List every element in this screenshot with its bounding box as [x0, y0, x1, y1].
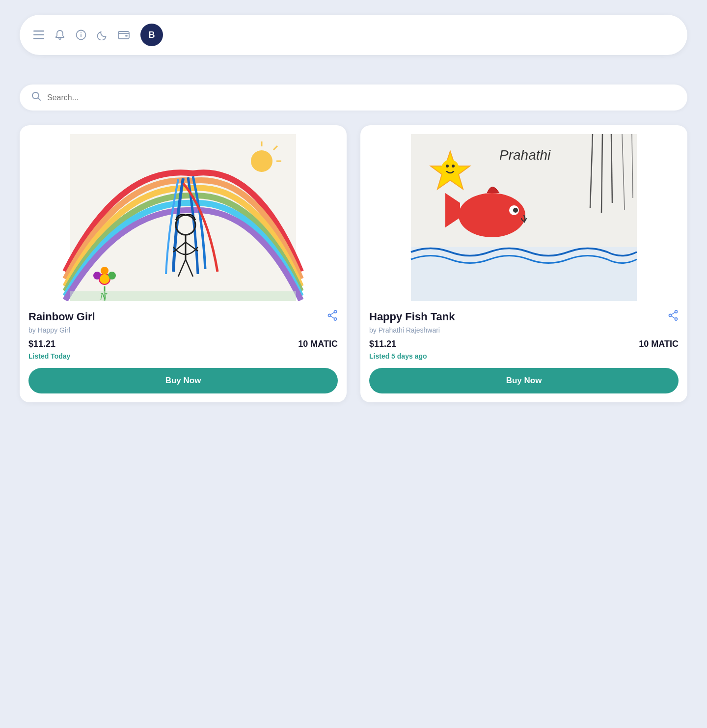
- svg-rect-35: [411, 247, 637, 301]
- card-price-matic-rainbow: 10 MATIC: [298, 339, 338, 349]
- moon-icon[interactable]: [97, 29, 107, 40]
- card-price-row-fish: $11.21 10 MATIC: [369, 339, 679, 349]
- svg-text:N: N: [99, 290, 108, 301]
- svg-point-43: [446, 165, 449, 168]
- svg-point-44: [452, 165, 455, 168]
- navbar: B: [20, 15, 687, 55]
- svg-point-49: [513, 208, 518, 213]
- card-author-fish: by Prahathi Rajeshwari: [369, 326, 679, 334]
- svg-rect-4: [81, 34, 82, 37]
- svg-point-42: [441, 160, 459, 177]
- svg-point-46: [459, 193, 525, 237]
- card-happy-fish-tank: Prahathi Happy Fish Tank: [360, 125, 687, 402]
- svg-rect-2: [33, 38, 44, 39]
- card-title-row-fish: Happy Fish Tank: [369, 310, 679, 323]
- card-image-fish-tank: Prahathi: [369, 134, 679, 301]
- card-author-rainbow: by Happy Girl: [28, 326, 338, 334]
- svg-point-22: [251, 150, 272, 172]
- card-price-usd-rainbow: $11.21: [28, 339, 55, 349]
- buy-button-rainbow[interactable]: Buy Now: [28, 368, 338, 393]
- svg-rect-0: [33, 30, 44, 32]
- svg-point-50: [675, 310, 678, 313]
- card-image-rainbow-girl: N: [28, 134, 338, 301]
- svg-line-54: [671, 316, 675, 318]
- search-input[interactable]: [47, 93, 676, 102]
- card-listed-rainbow: Listed Today: [28, 352, 338, 360]
- bell-icon[interactable]: [55, 29, 65, 40]
- info-icon[interactable]: [76, 29, 86, 40]
- svg-rect-7: [125, 35, 128, 37]
- card-rainbow-girl: N Rainbow Girl by Happy Girl $11.21 10 M…: [20, 125, 347, 402]
- card-title-row-rainbow: Rainbow Girl: [28, 310, 338, 323]
- menu-icon[interactable]: [33, 30, 44, 39]
- svg-text:Prahathi: Prahathi: [499, 147, 551, 163]
- svg-line-32: [330, 316, 334, 318]
- svg-rect-1: [33, 34, 44, 36]
- svg-point-5: [81, 32, 82, 33]
- card-title-rainbow: Rainbow Girl: [28, 310, 95, 323]
- wallet-icon[interactable]: [118, 30, 130, 40]
- card-listed-fish: Listed 5 days ago: [369, 352, 679, 360]
- svg-line-53: [671, 312, 675, 315]
- svg-point-17: [101, 267, 109, 275]
- cards-grid: N Rainbow Girl by Happy Girl $11.21 10 M…: [20, 125, 687, 402]
- svg-point-30: [334, 318, 337, 320]
- buy-button-fish[interactable]: Buy Now: [369, 368, 679, 393]
- share-icon-rainbow[interactable]: [327, 310, 338, 323]
- svg-rect-6: [118, 31, 129, 39]
- svg-point-51: [669, 314, 672, 317]
- svg-point-29: [328, 314, 331, 317]
- card-price-usd-fish: $11.21: [369, 339, 396, 349]
- card-title-fish: Happy Fish Tank: [369, 310, 455, 323]
- search-icon: [31, 91, 41, 104]
- card-price-matic-fish: 10 MATIC: [639, 339, 679, 349]
- search-bar: [20, 84, 687, 111]
- svg-point-28: [334, 310, 337, 313]
- svg-line-31: [330, 312, 334, 315]
- share-icon-fish[interactable]: [668, 310, 679, 323]
- user-avatar[interactable]: B: [140, 24, 163, 46]
- svg-point-52: [675, 318, 678, 320]
- svg-point-20: [100, 274, 109, 284]
- card-price-row-rainbow: $11.21 10 MATIC: [28, 339, 338, 349]
